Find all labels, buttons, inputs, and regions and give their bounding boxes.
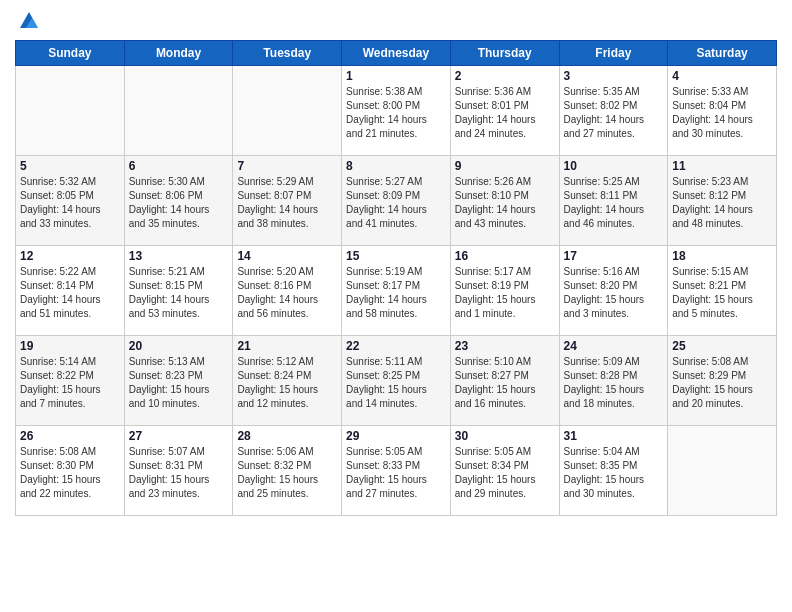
day-number: 20 xyxy=(129,339,229,353)
day-cell: 10Sunrise: 5:25 AM Sunset: 8:11 PM Dayli… xyxy=(559,156,668,246)
day-info: Sunrise: 5:11 AM Sunset: 8:25 PM Dayligh… xyxy=(346,355,446,411)
day-number: 11 xyxy=(672,159,772,173)
day-number: 27 xyxy=(129,429,229,443)
day-cell: 8Sunrise: 5:27 AM Sunset: 8:09 PM Daylig… xyxy=(342,156,451,246)
day-number: 31 xyxy=(564,429,664,443)
day-number: 25 xyxy=(672,339,772,353)
day-cell: 25Sunrise: 5:08 AM Sunset: 8:29 PM Dayli… xyxy=(668,336,777,426)
day-info: Sunrise: 5:20 AM Sunset: 8:16 PM Dayligh… xyxy=(237,265,337,321)
day-info: Sunrise: 5:21 AM Sunset: 8:15 PM Dayligh… xyxy=(129,265,229,321)
day-info: Sunrise: 5:04 AM Sunset: 8:35 PM Dayligh… xyxy=(564,445,664,501)
day-cell: 26Sunrise: 5:08 AM Sunset: 8:30 PM Dayli… xyxy=(16,426,125,516)
day-info: Sunrise: 5:32 AM Sunset: 8:05 PM Dayligh… xyxy=(20,175,120,231)
weekday-header-row: SundayMondayTuesdayWednesdayThursdayFrid… xyxy=(16,41,777,66)
day-info: Sunrise: 5:12 AM Sunset: 8:24 PM Dayligh… xyxy=(237,355,337,411)
day-number: 22 xyxy=(346,339,446,353)
day-cell: 23Sunrise: 5:10 AM Sunset: 8:27 PM Dayli… xyxy=(450,336,559,426)
day-number: 23 xyxy=(455,339,555,353)
day-info: Sunrise: 5:05 AM Sunset: 8:34 PM Dayligh… xyxy=(455,445,555,501)
day-number: 15 xyxy=(346,249,446,263)
day-cell: 13Sunrise: 5:21 AM Sunset: 8:15 PM Dayli… xyxy=(124,246,233,336)
day-number: 26 xyxy=(20,429,120,443)
weekday-header-sunday: Sunday xyxy=(16,41,125,66)
day-info: Sunrise: 5:08 AM Sunset: 8:30 PM Dayligh… xyxy=(20,445,120,501)
day-number: 29 xyxy=(346,429,446,443)
day-cell xyxy=(668,426,777,516)
day-cell xyxy=(16,66,125,156)
weekday-header-tuesday: Tuesday xyxy=(233,41,342,66)
day-number: 16 xyxy=(455,249,555,263)
day-cell: 7Sunrise: 5:29 AM Sunset: 8:07 PM Daylig… xyxy=(233,156,342,246)
day-info: Sunrise: 5:10 AM Sunset: 8:27 PM Dayligh… xyxy=(455,355,555,411)
day-number: 13 xyxy=(129,249,229,263)
day-cell: 27Sunrise: 5:07 AM Sunset: 8:31 PM Dayli… xyxy=(124,426,233,516)
week-row-5: 26Sunrise: 5:08 AM Sunset: 8:30 PM Dayli… xyxy=(16,426,777,516)
day-number: 5 xyxy=(20,159,120,173)
day-info: Sunrise: 5:19 AM Sunset: 8:17 PM Dayligh… xyxy=(346,265,446,321)
week-row-4: 19Sunrise: 5:14 AM Sunset: 8:22 PM Dayli… xyxy=(16,336,777,426)
day-info: Sunrise: 5:38 AM Sunset: 8:00 PM Dayligh… xyxy=(346,85,446,141)
weekday-header-friday: Friday xyxy=(559,41,668,66)
day-info: Sunrise: 5:35 AM Sunset: 8:02 PM Dayligh… xyxy=(564,85,664,141)
logo-icon xyxy=(18,10,40,32)
day-number: 21 xyxy=(237,339,337,353)
page-header xyxy=(15,10,777,32)
day-number: 18 xyxy=(672,249,772,263)
logo xyxy=(15,10,40,32)
day-cell: 3Sunrise: 5:35 AM Sunset: 8:02 PM Daylig… xyxy=(559,66,668,156)
day-cell: 24Sunrise: 5:09 AM Sunset: 8:28 PM Dayli… xyxy=(559,336,668,426)
day-cell: 1Sunrise: 5:38 AM Sunset: 8:00 PM Daylig… xyxy=(342,66,451,156)
day-cell: 19Sunrise: 5:14 AM Sunset: 8:22 PM Dayli… xyxy=(16,336,125,426)
day-info: Sunrise: 5:26 AM Sunset: 8:10 PM Dayligh… xyxy=(455,175,555,231)
day-info: Sunrise: 5:22 AM Sunset: 8:14 PM Dayligh… xyxy=(20,265,120,321)
day-info: Sunrise: 5:29 AM Sunset: 8:07 PM Dayligh… xyxy=(237,175,337,231)
day-number: 12 xyxy=(20,249,120,263)
day-number: 30 xyxy=(455,429,555,443)
day-cell: 22Sunrise: 5:11 AM Sunset: 8:25 PM Dayli… xyxy=(342,336,451,426)
day-info: Sunrise: 5:08 AM Sunset: 8:29 PM Dayligh… xyxy=(672,355,772,411)
day-number: 14 xyxy=(237,249,337,263)
day-number: 6 xyxy=(129,159,229,173)
day-number: 8 xyxy=(346,159,446,173)
logo-text xyxy=(15,10,40,32)
day-cell: 16Sunrise: 5:17 AM Sunset: 8:19 PM Dayli… xyxy=(450,246,559,336)
day-number: 28 xyxy=(237,429,337,443)
day-info: Sunrise: 5:30 AM Sunset: 8:06 PM Dayligh… xyxy=(129,175,229,231)
day-number: 17 xyxy=(564,249,664,263)
day-cell: 15Sunrise: 5:19 AM Sunset: 8:17 PM Dayli… xyxy=(342,246,451,336)
day-info: Sunrise: 5:23 AM Sunset: 8:12 PM Dayligh… xyxy=(672,175,772,231)
day-info: Sunrise: 5:07 AM Sunset: 8:31 PM Dayligh… xyxy=(129,445,229,501)
day-info: Sunrise: 5:09 AM Sunset: 8:28 PM Dayligh… xyxy=(564,355,664,411)
day-cell: 4Sunrise: 5:33 AM Sunset: 8:04 PM Daylig… xyxy=(668,66,777,156)
calendar-table: SundayMondayTuesdayWednesdayThursdayFrid… xyxy=(15,40,777,516)
day-info: Sunrise: 5:06 AM Sunset: 8:32 PM Dayligh… xyxy=(237,445,337,501)
day-cell: 11Sunrise: 5:23 AM Sunset: 8:12 PM Dayli… xyxy=(668,156,777,246)
day-info: Sunrise: 5:27 AM Sunset: 8:09 PM Dayligh… xyxy=(346,175,446,231)
day-cell: 12Sunrise: 5:22 AM Sunset: 8:14 PM Dayli… xyxy=(16,246,125,336)
day-number: 9 xyxy=(455,159,555,173)
weekday-header-wednesday: Wednesday xyxy=(342,41,451,66)
day-info: Sunrise: 5:17 AM Sunset: 8:19 PM Dayligh… xyxy=(455,265,555,321)
day-info: Sunrise: 5:16 AM Sunset: 8:20 PM Dayligh… xyxy=(564,265,664,321)
day-cell: 21Sunrise: 5:12 AM Sunset: 8:24 PM Dayli… xyxy=(233,336,342,426)
day-cell: 5Sunrise: 5:32 AM Sunset: 8:05 PM Daylig… xyxy=(16,156,125,246)
day-info: Sunrise: 5:13 AM Sunset: 8:23 PM Dayligh… xyxy=(129,355,229,411)
day-info: Sunrise: 5:15 AM Sunset: 8:21 PM Dayligh… xyxy=(672,265,772,321)
day-cell: 14Sunrise: 5:20 AM Sunset: 8:16 PM Dayli… xyxy=(233,246,342,336)
day-info: Sunrise: 5:05 AM Sunset: 8:33 PM Dayligh… xyxy=(346,445,446,501)
day-cell: 29Sunrise: 5:05 AM Sunset: 8:33 PM Dayli… xyxy=(342,426,451,516)
day-number: 19 xyxy=(20,339,120,353)
day-cell: 30Sunrise: 5:05 AM Sunset: 8:34 PM Dayli… xyxy=(450,426,559,516)
weekday-header-saturday: Saturday xyxy=(668,41,777,66)
weekday-header-thursday: Thursday xyxy=(450,41,559,66)
week-row-2: 5Sunrise: 5:32 AM Sunset: 8:05 PM Daylig… xyxy=(16,156,777,246)
day-number: 1 xyxy=(346,69,446,83)
day-number: 10 xyxy=(564,159,664,173)
day-cell xyxy=(233,66,342,156)
day-info: Sunrise: 5:14 AM Sunset: 8:22 PM Dayligh… xyxy=(20,355,120,411)
day-info: Sunrise: 5:33 AM Sunset: 8:04 PM Dayligh… xyxy=(672,85,772,141)
week-row-3: 12Sunrise: 5:22 AM Sunset: 8:14 PM Dayli… xyxy=(16,246,777,336)
day-cell xyxy=(124,66,233,156)
day-number: 2 xyxy=(455,69,555,83)
day-cell: 28Sunrise: 5:06 AM Sunset: 8:32 PM Dayli… xyxy=(233,426,342,516)
